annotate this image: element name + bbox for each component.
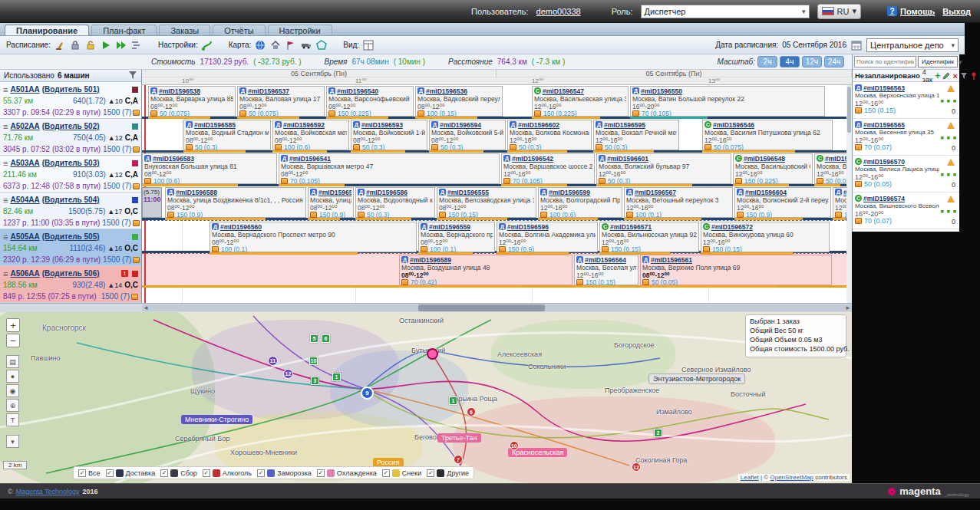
vehicle-row[interactable]: ≡A501AA(Водитель 501) 55.37 км640(1.72)▲…: [0, 82, 141, 119]
order-id-link[interactable]: #mID1596542: [512, 155, 553, 163]
map-collapse-button[interactable]: ▾: [6, 435, 19, 448]
row-menu-icon[interactable]: ≡: [3, 159, 8, 168]
legend-other[interactable]: ✓Другие: [427, 469, 469, 477]
unlock-icon[interactable]: [84, 39, 97, 51]
polygon-icon[interactable]: [315, 39, 328, 51]
driver-link[interactable]: (Водитель 504): [42, 196, 100, 204]
vehicle-row[interactable]: ≡A502AA(Водитель 502) 71.76 км750(4.05)▲…: [0, 119, 141, 156]
stop-marker[interactable]: 5: [310, 334, 318, 343]
order-id-link[interactable]: #mID1596565: [863, 121, 905, 129]
gantt-vertical-scrollbar[interactable]: [846, 85, 852, 303]
search-input[interactable]: [854, 56, 916, 67]
order-id-link[interactable]: #mID1596540: [337, 87, 378, 95]
gantt-order-card[interactable]: С#mID1596571Москва, Вильнюсская улица 92…: [599, 222, 699, 252]
stop-marker[interactable]: 11: [268, 356, 278, 366]
pin-icon[interactable]: [970, 71, 978, 81]
vehicle-row[interactable]: ≡A504AA(Водитель 504) 82.46 км1500(5.75)…: [0, 192, 141, 229]
search-type-select[interactable]: Идентифик▾: [918, 56, 958, 67]
delete-icon[interactable]: ×: [952, 71, 957, 81]
unplanned-order[interactable]: С#mID1596574 Москва, Вишневского Всеволо…: [853, 192, 959, 229]
gantt-order-card[interactable]: Д#mID1596542Москва, Варшавское шоссе 201…: [501, 153, 595, 184]
tab-settings[interactable]: Настройки: [268, 25, 332, 35]
order-id-link[interactable]: #mID1596537: [248, 87, 289, 95]
gantt-order-card[interactable]: С#mID1596547Москва, Васильевская улица 3…: [532, 86, 629, 117]
stop-marker[interactable]: 6: [322, 334, 330, 343]
row-menu-icon[interactable]: ≡: [3, 122, 8, 131]
driver-link[interactable]: (Водитель 502): [42, 122, 100, 130]
role-select[interactable]: Диспетчер▾: [641, 5, 810, 18]
gantt-order-card[interactable]: Д#mID1596567Москва, Ветошный переулок 31…: [624, 187, 733, 218]
language-select[interactable]: RU▾: [817, 4, 861, 19]
gantt-icon[interactable]: [130, 39, 143, 51]
legend-all[interactable]: ✓Все: [78, 469, 101, 477]
osm-link[interactable]: OpenStreetMap: [770, 474, 813, 481]
gantt-order-card[interactable]: Д#mID1596561Москва, Верхние Поля улица 6…: [640, 255, 832, 285]
gantt-order-card[interactable]: Д#mID1596596Москва, Волгина Академика ул…: [497, 222, 598, 252]
checkbox[interactable]: ✓: [427, 469, 434, 477]
unplanned-order[interactable]: Д#mID1596565 Москва, Весенняя улица 35 1…: [853, 119, 959, 156]
stop-marker[interactable]: 2: [654, 429, 662, 437]
scroll-left-arrow[interactable]: ◄: [142, 304, 150, 311]
order-id-link[interactable]: #mID1596548: [744, 155, 785, 163]
gantt-order-card[interactable]: Д#mID1596586Москва, Водоотводный канал 8…: [355, 187, 435, 218]
driver-link[interactable]: (Водитель 505): [42, 232, 100, 241]
order-id-link[interactable]: #mID1596602: [518, 121, 559, 129]
gantt-order-card[interactable]: Д#mID1596595Москва, Вокзал Речной метро …: [593, 120, 679, 150]
order-id-link[interactable]: #mID1596564: [585, 256, 626, 264]
gantt-order-card[interactable]: Д#mID1596560Москва, Вернадского Проспект…: [210, 222, 417, 252]
legend-snacks[interactable]: ✓Снеки: [382, 469, 421, 477]
legend-alcohol[interactable]: ✓Алкоголь: [203, 469, 252, 477]
order-id-link[interactable]: #mID1596546: [713, 121, 754, 129]
order-id-link[interactable]: #mID1596563: [863, 84, 905, 92]
gantt-order-card[interactable]: Д#mID1596588Москва, улица Воздвиженка 8/…: [165, 187, 306, 218]
flag-icon[interactable]: [285, 39, 297, 51]
scale-4h-button[interactable]: 4ч: [780, 56, 800, 67]
globe-icon[interactable]: [254, 39, 266, 51]
order-id-link[interactable]: #mID1596601: [607, 155, 648, 163]
calendar-icon[interactable]: [850, 39, 863, 51]
vehicle-link[interactable]: A504AA: [10, 196, 39, 204]
order-id-link[interactable]: #mID1596559: [429, 223, 470, 231]
selected-order-marker[interactable]: [427, 348, 438, 360]
gantt-order-card[interactable]: Д#mID1596550Москва, Ватин Большой переул…: [630, 86, 825, 117]
order-id-link[interactable]: #mID1596595: [604, 121, 645, 129]
order-id-link[interactable]: #mID1596560: [220, 223, 262, 231]
vehicle-link[interactable]: A506AA: [10, 269, 39, 278]
stop-marker[interactable]: 10: [510, 441, 519, 450]
order-id-link[interactable]: #mID1596599: [549, 189, 590, 196]
vehicle-link[interactable]: A505AA: [10, 232, 39, 241]
order-id-link[interactable]: #mID1596592: [283, 121, 325, 129]
stop-marker[interactable]: 10: [309, 357, 318, 365]
scale-2h-button[interactable]: 2ч: [757, 56, 777, 67]
driver-link[interactable]: (Водитель 506): [42, 269, 100, 278]
unplanned-order[interactable]: Д#mID1596563 Москва, Верхоянская улица 1…: [853, 82, 959, 119]
order-id-link[interactable]: #mID1596583: [153, 155, 194, 163]
edit-icon[interactable]: [942, 71, 950, 81]
user-link[interactable]: demo00338: [536, 7, 581, 16]
gantt-order-card[interactable]: Д#mID1596601Москва, Волжский бульвар 971…: [596, 153, 731, 184]
vehicle-link[interactable]: A501AA: [10, 85, 39, 94]
depot-select[interactable]: Центральное депо▾: [866, 38, 959, 52]
order-id-link[interactable]: #mID1596538: [159, 87, 200, 95]
row-menu-icon[interactable]: ≡: [3, 232, 8, 242]
gantt-order-card[interactable]: Д#mID1596604Москва, Волконский 2-й переу…: [734, 187, 831, 218]
stop-marker[interactable]: 12: [632, 462, 641, 472]
row-menu-icon[interactable]: ≡: [3, 196, 8, 205]
gantt-order-card[interactable]: Д#mID1596599Москва, Волгоградский Проспе…: [538, 187, 622, 218]
driver-link[interactable]: (Водитель 503): [42, 159, 100, 167]
driver-link[interactable]: (Водитель 501): [42, 85, 100, 94]
unplanned-order[interactable]: С#mID1596570 Москва, Вилиса Лациса улица…: [853, 156, 959, 192]
stop-marker[interactable]: 1: [332, 373, 341, 381]
route-settings-icon[interactable]: [201, 39, 213, 51]
gantt-order-card[interactable]: Д#mID1596564Москва, Веселая улица 5012⁰⁰…: [574, 255, 638, 285]
magenta-link[interactable]: Magenta Technology: [16, 488, 80, 495]
checkbox[interactable]: ✓: [382, 469, 390, 477]
row-menu-icon[interactable]: ≡: [3, 269, 8, 278]
logout-button[interactable]: Выход: [942, 7, 971, 16]
map-zoom-in-button[interactable]: +: [6, 318, 20, 332]
checkbox[interactable]: ✓: [106, 469, 114, 477]
order-id-link[interactable]: #mID1596593: [361, 121, 403, 129]
order-id-link[interactable]: #mID1596604: [745, 189, 787, 196]
gantt-order-card[interactable]: Д#mID1596536Москва, Вадковский переулок …: [415, 86, 503, 117]
lock-icon[interactable]: [69, 39, 81, 51]
